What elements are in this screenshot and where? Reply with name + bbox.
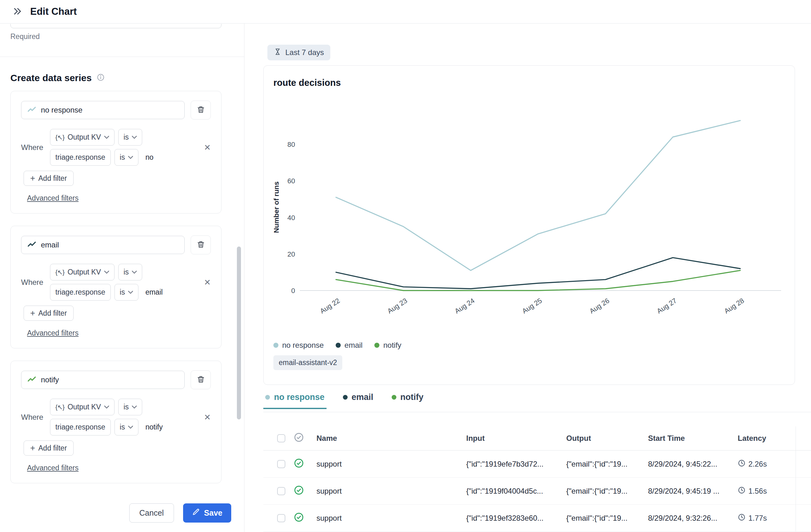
run-start-time: 8/29/2024, 9:45:22... (648, 460, 717, 469)
delete-series-button[interactable] (190, 370, 211, 389)
chart-card: route decisions 020406080Number of runsA… (263, 65, 795, 385)
line-chart-icon (27, 375, 36, 385)
series-name-input[interactable] (21, 371, 185, 389)
sidebar: Required Create data series (0, 24, 244, 532)
table-row[interactable]: support {"id":"1919efe7b3d72... {"email"… (263, 451, 811, 478)
row-checkbox[interactable] (277, 514, 285, 522)
table-row[interactable]: support {"id":"1919f04004d5c... {"email"… (263, 478, 811, 505)
run-input: {"id":"1919efe7b3d72... (466, 460, 544, 469)
tab-dot (392, 395, 396, 400)
svg-text:40: 40 (288, 214, 295, 222)
column-header-latency: Latency (738, 434, 766, 443)
hourglass-icon (274, 48, 281, 58)
chevron-down-icon (132, 270, 137, 274)
filter-field-chip[interactable]: {↖} Output KV (50, 264, 114, 280)
filter-field-chip[interactable]: {↖} Output KV (50, 399, 114, 416)
chart-legend: no response email notify (273, 341, 401, 350)
filter-key-chip[interactable]: triage.response (50, 419, 111, 436)
filter-operator-chip[interactable]: is (118, 399, 142, 416)
time-range-chip[interactable]: Last 7 days (267, 45, 330, 60)
row-checkbox[interactable] (277, 487, 285, 495)
pencil-icon (192, 508, 200, 518)
run-name: support (317, 514, 342, 522)
where-label: Where (21, 278, 50, 287)
chevron-down-icon (132, 405, 137, 409)
table-header: Name Input Output Start Time Latency (263, 426, 811, 451)
filter-key-operator-chip[interactable]: is (114, 149, 139, 166)
advanced-filters-link[interactable]: Advanced filters (27, 194, 79, 203)
chevron-down-icon (128, 291, 133, 294)
run-output: {"email":{"id":"19... (566, 487, 628, 496)
tab-notify[interactable]: notify (390, 392, 426, 409)
row-checkbox[interactable] (277, 460, 285, 468)
filter-value[interactable]: notify (146, 423, 163, 432)
trash-icon (197, 105, 205, 115)
info-icon[interactable] (96, 73, 105, 83)
filter-key-operator-chip[interactable]: is (114, 284, 139, 301)
run-output: {"email":{"id":"19... (566, 514, 628, 522)
chevron-down-icon (128, 156, 133, 159)
chart-canvas: 020406080Number of runsAug 22Aug 23Aug 2… (264, 93, 795, 325)
add-filter-button[interactable]: + Add filter (24, 171, 74, 186)
filter-field-chip[interactable]: {↖} Output KV (50, 129, 114, 145)
select-all-checkbox[interactable] (277, 434, 285, 442)
sidebar-scrollbar[interactable] (237, 247, 241, 420)
delete-series-button[interactable] (190, 100, 211, 120)
chevron-down-icon (104, 405, 109, 409)
svg-text:80: 80 (288, 141, 295, 148)
delete-series-button[interactable] (190, 235, 211, 254)
filter-operator-chip[interactable]: is (118, 129, 142, 145)
filter-key-operator-chip[interactable]: is (114, 419, 139, 436)
filter-value[interactable]: no (146, 153, 154, 162)
kv-icon: {↖} (55, 403, 64, 411)
kv-icon: {↖} (55, 134, 64, 141)
add-filter-button[interactable]: + Add filter (24, 306, 74, 321)
svg-text:Aug 24: Aug 24 (453, 297, 476, 315)
legend-item[interactable]: email (336, 341, 363, 350)
series-name-input[interactable] (21, 101, 185, 119)
remove-filter-button[interactable]: ✕ (204, 143, 211, 152)
remove-filter-button[interactable]: ✕ (204, 413, 211, 421)
filter-value[interactable]: email (146, 288, 163, 297)
filter-key-chip[interactable]: triage.response (50, 284, 111, 301)
cancel-button[interactable]: Cancel (129, 503, 174, 522)
filter-key-chip[interactable]: triage.response (50, 149, 111, 166)
legend-item[interactable]: notify (374, 341, 401, 350)
line-chart-icon (27, 105, 36, 115)
run-start-time: 8/29/2024, 9:45:19 ... (648, 487, 719, 496)
svg-text:20: 20 (288, 250, 295, 258)
tab-email[interactable]: email (341, 392, 375, 409)
experiment-tag-chip: email-assistant-v2 (273, 355, 342, 370)
chevron-down-icon (132, 136, 137, 139)
sidebar-scroll-area[interactable]: Required Create data series (0, 24, 244, 494)
advanced-filters-link[interactable]: Advanced filters (27, 329, 79, 338)
run-latency: 1.56s (738, 486, 767, 496)
remove-filter-button[interactable]: ✕ (204, 278, 211, 286)
series-card: Where {↖} Output KV is (10, 226, 221, 348)
chart-name-input[interactable] (10, 24, 221, 28)
save-button[interactable]: Save (183, 503, 231, 522)
sidebar-footer: Cancel Save (0, 494, 244, 532)
legend-item[interactable]: no response (273, 341, 324, 350)
clock-icon (738, 459, 746, 469)
series-name-field[interactable] (41, 240, 179, 249)
svg-text:Number of runs: Number of runs (272, 182, 280, 233)
collapse-panel-button[interactable] (12, 6, 22, 17)
section-title: Create data series (10, 73, 92, 83)
table-row[interactable]: support {"id":"1919ef3283e60... {"email"… (263, 505, 811, 532)
advanced-filters-link[interactable]: Advanced filters (27, 464, 79, 472)
double-chevron-right-icon (13, 6, 22, 17)
chevron-down-icon (104, 136, 109, 139)
series-name-input[interactable] (21, 236, 185, 254)
tab-dot (265, 395, 270, 400)
clock-icon (738, 513, 746, 523)
legend-dot (273, 343, 278, 348)
required-hint: Required (10, 32, 221, 41)
series-card: Where {↖} Output KV is (10, 361, 221, 483)
filter-operator-chip[interactable]: is (118, 264, 142, 280)
add-filter-button[interactable]: + Add filter (24, 440, 74, 456)
success-status-icon (294, 458, 304, 470)
tab-no-response[interactable]: no response (263, 392, 326, 409)
series-name-field[interactable] (41, 106, 179, 114)
series-name-field[interactable] (41, 375, 179, 384)
